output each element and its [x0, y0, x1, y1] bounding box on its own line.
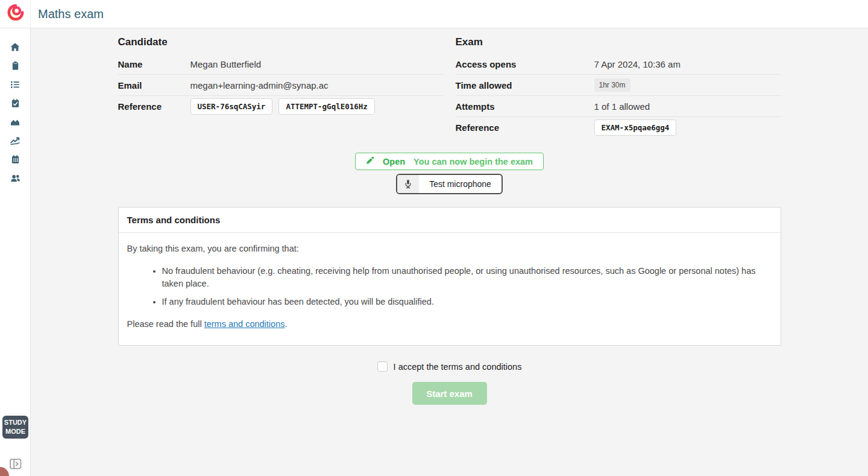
candidate-section-title: Candidate — [118, 36, 444, 48]
pencil-icon — [366, 156, 374, 167]
user-reference-badge: USER-76sqCASyir — [190, 98, 273, 115]
name-value: Megan Butterfield — [190, 59, 262, 69]
terms-bullet: No fraudulent behaviour (e.g. cheating, … — [162, 265, 772, 290]
main-content: Candidate Name Megan Butterfield Email m… — [31, 28, 868, 476]
access-opens-label: Access opens — [456, 59, 594, 69]
email-label: Email — [118, 80, 190, 90]
terms-intro: By taking this exam, you are confirming … — [127, 243, 772, 255]
candidate-reference-label: Reference — [118, 101, 190, 112]
sidebar-item-results[interactable] — [0, 112, 30, 131]
terms-bullet: If any fraudulent behaviour has been det… — [162, 296, 772, 308]
name-label: Name — [118, 59, 190, 69]
time-allowed-row: Time allowed 1hr 30m — [456, 75, 781, 96]
attempts-value: 1 of 1 allowed — [594, 101, 650, 112]
top-bar: Maths exam — [0, 0, 868, 28]
exam-section: Exam Access opens 7 Apr 2024, 10:36 am T… — [456, 36, 781, 138]
time-allowed-badge: 1hr 30m — [594, 78, 631, 92]
clipboard-icon — [11, 61, 20, 71]
exam-reference-badge: EXAM-x5pqae6gg4 — [594, 119, 677, 136]
access-opens-row: Access opens 7 Apr 2024, 10:36 am — [456, 54, 781, 75]
status-message: You can now begin the exam — [414, 157, 533, 167]
exam-status-banner: Open You can now begin the exam — [355, 153, 544, 170]
attempt-reference-badge: ATTEMPT-gGqlE016Hz — [278, 98, 374, 115]
panel-expand-icon[interactable] — [10, 458, 22, 470]
sidebar: STUDY MODE — [0, 28, 31, 476]
sidebar-item-analytics[interactable] — [0, 131, 30, 150]
terms-footer-suffix: . — [285, 319, 287, 329]
calendar-check-icon — [11, 98, 20, 108]
candidate-email-row: Email megan+learning-admin@synap.ac — [118, 75, 444, 96]
access-opens-value: 7 Apr 2024, 10:36 am — [594, 59, 681, 69]
home-icon — [10, 42, 20, 52]
time-allowed-label: Time allowed — [456, 80, 594, 90]
sidebar-item-exams[interactable] — [0, 56, 30, 75]
candidate-reference-row: Reference USER-76sqCASyir ATTEMPT-gGqlE0… — [118, 96, 444, 117]
sidebar-item-home[interactable] — [0, 37, 30, 56]
logo-cell — [0, 0, 31, 28]
sidebar-nav — [0, 28, 30, 187]
area-chart-icon — [10, 117, 20, 127]
calendar-icon — [11, 154, 20, 164]
users-icon — [10, 173, 20, 183]
microphone-icon — [397, 175, 419, 193]
terms-card-title: Terms and conditions — [119, 208, 781, 233]
candidate-name-row: Name Megan Butterfield — [118, 54, 444, 75]
list-icon — [10, 80, 20, 89]
accept-terms-checkbox[interactable] — [377, 361, 388, 372]
attempts-row: Attempts 1 of 1 allowed — [456, 96, 781, 117]
accept-terms-label: I accept the terms and conditions — [394, 362, 522, 372]
candidate-section: Candidate Name Megan Butterfield Email m… — [118, 36, 444, 138]
attempts-label: Attempts — [456, 101, 594, 112]
study-mode-badge: STUDY MODE — [2, 416, 28, 439]
terms-and-conditions-link[interactable]: terms and conditions — [204, 319, 285, 329]
start-exam-button[interactable]: Start exam — [412, 382, 487, 405]
sidebar-item-calendar[interactable] — [0, 150, 30, 168]
test-microphone-label: Test microphone — [419, 175, 502, 193]
exam-section-title: Exam — [456, 36, 781, 48]
status-state-label: Open — [383, 157, 405, 167]
synap-logo-icon[interactable] — [6, 4, 24, 24]
exam-reference-row: Reference EXAM-x5pqae6gg4 — [456, 117, 781, 138]
exam-reference-label: Reference — [456, 122, 594, 133]
page-title: Maths exam — [38, 7, 104, 21]
sidebar-item-schedule[interactable] — [0, 94, 30, 112]
line-chart-icon — [10, 136, 20, 145]
corner-avatar[interactable] — [0, 467, 9, 476]
email-value: megan+learning-admin@synap.ac — [190, 80, 329, 90]
test-microphone-button[interactable]: Test microphone — [396, 174, 503, 194]
terms-bullet-list: No fraudulent behaviour (e.g. cheating, … — [127, 265, 772, 308]
sidebar-item-candidates[interactable] — [0, 168, 30, 187]
terms-card: Terms and conditions By taking this exam… — [118, 207, 781, 346]
sidebar-item-list[interactable] — [0, 75, 30, 94]
terms-footer-prefix: Please read the full — [127, 319, 204, 329]
terms-footer: Please read the full terms and condition… — [127, 318, 772, 331]
